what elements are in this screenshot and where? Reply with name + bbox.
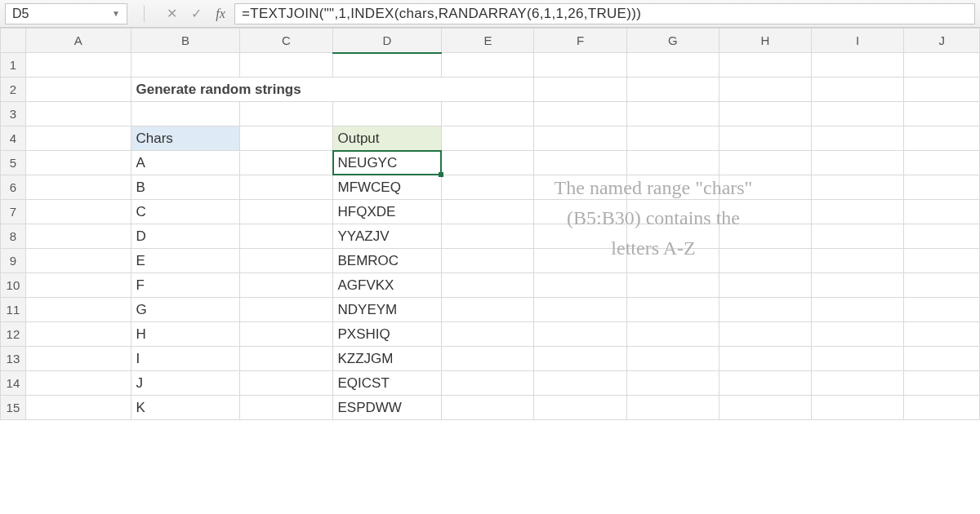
col-header-I[interactable]: I <box>812 29 904 53</box>
cell[interactable]: Chars <box>131 126 240 151</box>
col-header-F[interactable]: F <box>534 29 626 53</box>
col-header-J[interactable]: J <box>904 29 980 53</box>
cell[interactable]: C <box>131 200 240 224</box>
col-header-E[interactable]: E <box>442 29 534 53</box>
cell[interactable]: EQICST <box>332 371 442 396</box>
cell[interactable]: NDYEYM <box>332 298 442 322</box>
cell[interactable]: J <box>131 371 240 396</box>
col-header-H[interactable]: H <box>719 29 811 53</box>
dropdown-icon[interactable]: ▼ <box>112 9 120 18</box>
row-header[interactable]: 10 <box>1 273 26 298</box>
row-header[interactable]: 1 <box>1 53 26 78</box>
cell[interactable]: F <box>131 273 240 298</box>
cell[interactable]: H <box>131 322 240 347</box>
row-header[interactable]: 2 <box>1 78 26 102</box>
sheet-area: A B C D E F G H I J 1 2 Generate random … <box>0 28 980 420</box>
cell[interactable]: E <box>131 249 240 273</box>
row-header[interactable]: 9 <box>1 249 26 273</box>
row-header[interactable]: 13 <box>1 347 26 371</box>
name-box-value: D5 <box>12 7 29 21</box>
row-header[interactable]: 8 <box>1 224 26 249</box>
col-header-C[interactable]: C <box>240 29 332 53</box>
cell[interactable]: G <box>131 298 240 322</box>
row-header[interactable]: 12 <box>1 322 26 347</box>
cell[interactable]: MFWCEQ <box>332 175 442 200</box>
row-header[interactable]: 6 <box>1 175 26 200</box>
cell[interactable]: KZZJGM <box>332 347 442 371</box>
cell[interactable]: ESPDWW <box>332 396 442 420</box>
col-header-D[interactable]: D <box>332 29 442 53</box>
cell[interactable]: PXSHIQ <box>332 322 442 347</box>
cell[interactable]: HFQXDE <box>332 200 442 224</box>
row-header[interactable]: 7 <box>1 200 26 224</box>
cell[interactable]: A <box>131 151 240 175</box>
active-cell[interactable]: NEUGYC <box>332 151 442 175</box>
name-box[interactable]: D5 ▼ <box>5 3 127 24</box>
formula-input[interactable]: =TEXTJOIN("",1,INDEX(chars,RANDARRAY(6,1… <box>234 3 975 24</box>
formula-bar: D5 ▼ ✕ ✓ fx =TEXTJOIN("",1,INDEX(chars,R… <box>0 0 980 28</box>
col-header-B[interactable]: B <box>131 29 240 53</box>
cell[interactable]: K <box>131 396 240 420</box>
cell[interactable]: B <box>131 175 240 200</box>
row-header[interactable]: 15 <box>1 396 26 420</box>
formula-text: =TEXTJOIN("",1,INDEX(chars,RANDARRAY(6,1… <box>242 6 641 22</box>
cell[interactable]: BEMROC <box>332 249 442 273</box>
cell[interactable]: I <box>131 347 240 371</box>
row-header[interactable]: 14 <box>1 371 26 396</box>
page-title: Generate random strings <box>131 78 534 102</box>
cell[interactable]: D <box>131 224 240 249</box>
row-header[interactable]: 4 <box>1 126 26 151</box>
row-header[interactable]: 11 <box>1 298 26 322</box>
cell[interactable]: YYAZJV <box>332 224 442 249</box>
column-header-row: A B C D E F G H I J <box>1 29 980 53</box>
select-all-corner[interactable] <box>1 29 26 53</box>
cancel-icon[interactable]: ✕ <box>161 3 182 24</box>
col-header-A[interactable]: A <box>25 29 131 53</box>
cell[interactable]: Output <box>332 126 442 151</box>
col-header-G[interactable]: G <box>626 29 719 53</box>
divider <box>144 6 145 22</box>
row-header[interactable]: 5 <box>1 151 26 175</box>
row-header[interactable]: 3 <box>1 102 26 126</box>
fx-icon[interactable]: fx <box>210 3 231 24</box>
enter-icon[interactable]: ✓ <box>185 3 207 24</box>
cell[interactable]: AGFVKX <box>332 273 442 298</box>
spreadsheet-grid[interactable]: A B C D E F G H I J 1 2 Generate random … <box>0 28 980 420</box>
